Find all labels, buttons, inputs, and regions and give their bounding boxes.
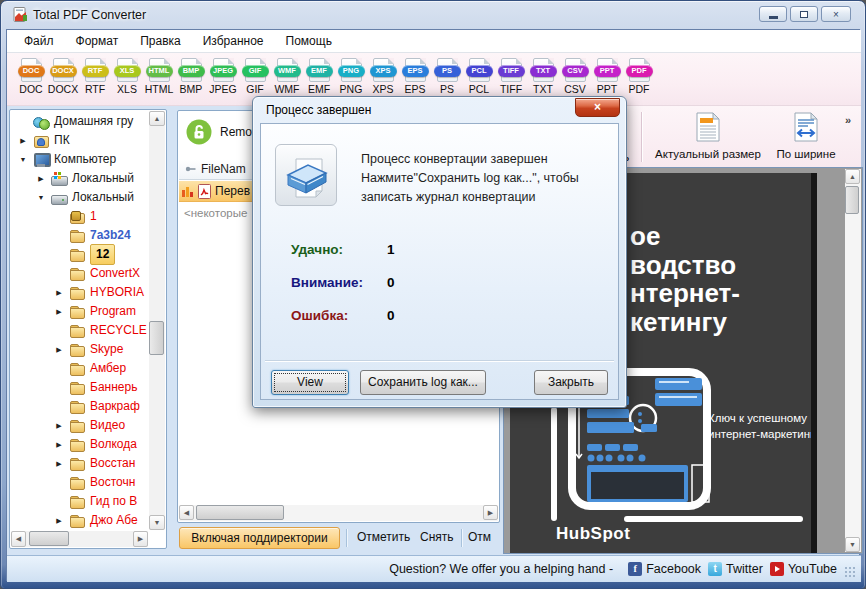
tree-item[interactable]: Амбер [11, 359, 148, 378]
tree-item[interactable]: Восточн [11, 473, 148, 492]
close-dialog-button[interactable]: Закрыть [534, 370, 608, 395]
tree-item[interactable]: Варкраф [11, 397, 148, 416]
tree-item[interactable]: Гид по В [11, 492, 148, 511]
format-button[interactable]: DOCX DOCX [47, 58, 79, 95]
tree-item[interactable]: ▶ Джо Абе [11, 511, 148, 530]
format-button[interactable]: PPT PPT [591, 58, 623, 95]
tree-expand-icon[interactable]: ▶ [49, 454, 69, 473]
tree-item[interactable]: ▶ Skype [11, 340, 148, 359]
uncheck-files-button[interactable]: Снять [420, 530, 454, 544]
tree-item[interactable]: 1 [11, 207, 148, 226]
tree-expand-icon[interactable]: ▶ [49, 340, 69, 359]
format-file-icon: PCL [467, 58, 492, 82]
tree-item-label: Гид по В [90, 492, 137, 511]
format-button[interactable]: PCL PCL [463, 58, 495, 95]
tree-item[interactable]: ▶ Program [11, 302, 148, 321]
format-button[interactable]: XLS XLS [111, 58, 143, 95]
tree-hscroll-thumb[interactable] [29, 531, 69, 546]
tree-expand-icon[interactable]: ▶ [31, 169, 51, 188]
format-button[interactable]: HTML HTML [143, 58, 175, 95]
scroll-down-icon[interactable]: ▼ [845, 537, 860, 552]
format-button[interactable]: EPS EPS [399, 58, 431, 95]
status-bar: Question? We offer you a helping hand - … [7, 555, 861, 582]
tree-item[interactable]: ▼ Локальный [11, 188, 148, 207]
format-button[interactable]: PNG PNG [335, 58, 367, 95]
tree-expand-icon[interactable]: ▶ [49, 435, 69, 454]
list-hscroll-thumb[interactable] [196, 505, 284, 520]
format-button[interactable]: EMF EMF [303, 58, 335, 95]
tree-expand-icon[interactable]: ▶ [49, 302, 69, 321]
tree-item[interactable]: ConvertX [11, 264, 148, 283]
twitter-link[interactable]: t Twitter [708, 562, 763, 576]
format-button[interactable]: BMP BMP [175, 58, 207, 95]
tree-item[interactable]: ▶ Видео [11, 416, 148, 435]
view-log-button[interactable]: View [271, 370, 349, 395]
fit-width-button[interactable]: По ширине [773, 112, 839, 160]
youtube-link[interactable]: YouTube [770, 562, 837, 576]
include-subdirs-toggle[interactable]: Включая поддиректории [179, 527, 340, 549]
scroll-down-icon[interactable]: ▼ [149, 515, 165, 530]
scroll-up-icon[interactable]: ▲ [149, 111, 165, 126]
tree-vertical-scrollbar[interactable]: ▲ ▼ [149, 111, 165, 530]
tree-item[interactable]: 12 [11, 245, 148, 264]
format-button[interactable]: TIFF TIFF [495, 58, 527, 95]
titlebar[interactable]: Total PDF Converter × [1, 1, 865, 29]
scroll-left-icon[interactable]: ◀ [179, 505, 194, 520]
format-button[interactable]: RTF RTF [79, 58, 111, 95]
scroll-right-icon[interactable]: ▶ [133, 531, 148, 547]
dialog-close-button[interactable]: × [575, 98, 620, 117]
format-button[interactable]: PDF PDF [623, 58, 655, 95]
menu-favorites[interactable]: Избранное [192, 34, 275, 48]
tree-item[interactable]: Домашняя гру [11, 112, 148, 131]
menu-format[interactable]: Формат [65, 34, 130, 48]
menu-file[interactable]: Файл [13, 34, 65, 48]
tree-item-icon [69, 400, 85, 414]
tree-expand-icon[interactable]: ▼ [13, 150, 33, 169]
check-files-button[interactable]: Отметить [357, 530, 410, 544]
resize-grip[interactable] [844, 566, 856, 578]
minimize-button[interactable] [759, 6, 787, 22]
format-button[interactable]: XPS XPS [367, 58, 399, 95]
tree-expand-icon[interactable]: ▶ [13, 131, 33, 150]
format-button[interactable]: DOC DOC [15, 58, 47, 95]
tree-expand-icon[interactable]: ▼ [31, 188, 51, 207]
tree-expand-icon[interactable]: ▶ [49, 283, 69, 302]
process-finished-dialog: Процесс завершен × Процесс конвертации з… [252, 96, 627, 408]
format-button[interactable]: WMF WMF [271, 58, 303, 95]
menu-help[interactable]: Помощь [275, 34, 343, 48]
format-button[interactable]: CSV CSV [559, 58, 591, 95]
facebook-link[interactable]: f Facebook [628, 562, 701, 576]
list-horizontal-scrollbar[interactable]: ◀ ▶ [179, 505, 498, 521]
tree-item[interactable]: 7a3b24 [11, 226, 148, 245]
check-all-button-clipped[interactable]: Отм [468, 530, 491, 544]
tree-item[interactable]: ▶ Волкода [11, 435, 148, 454]
tree-item[interactable]: ▶ Локальный [11, 169, 148, 188]
format-button[interactable]: PS PS [431, 58, 463, 95]
format-badge: RTF [82, 65, 109, 77]
restore-button[interactable] [790, 6, 818, 22]
preview-vertical-scrollbar[interactable]: ▲ ▼ [845, 169, 861, 552]
tree-expand-icon[interactable]: ▶ [49, 416, 69, 435]
scroll-right-icon[interactable]: ▶ [483, 505, 498, 520]
actual-size-button[interactable]: Актуальный размер [649, 112, 767, 160]
tree-item[interactable]: ▼ Компьютер [11, 150, 148, 169]
scroll-up-icon[interactable]: ▲ [845, 169, 860, 184]
preview-scroll-thumb[interactable] [845, 186, 859, 214]
tree-horizontal-scrollbar[interactable]: ◀ ▶ [11, 531, 148, 547]
tree-item[interactable]: RECYCLE [11, 321, 148, 340]
tree-item[interactable]: ▶ HYBORIA [11, 283, 148, 302]
menu-edit[interactable]: Правка [129, 34, 192, 48]
tree-scroll-thumb[interactable] [149, 321, 164, 355]
save-log-button[interactable]: Сохранить log как... [360, 370, 486, 395]
remove-restrictions-button[interactable]: Remov [186, 119, 258, 145]
close-window-button[interactable]: × [821, 6, 851, 22]
tree-item[interactable]: ▶ Восстан [11, 454, 148, 473]
tree-item[interactable]: ▶ ПК [11, 131, 148, 150]
format-button[interactable]: TXT TXT [527, 58, 559, 95]
tree-item[interactable]: Баннерь [11, 378, 148, 397]
toolbar-overflow-chevron[interactable]: » [845, 114, 851, 126]
format-button[interactable]: JPEG JPEG [207, 58, 239, 95]
scroll-left-icon[interactable]: ◀ [11, 531, 26, 547]
format-button[interactable]: GIF GIF [239, 58, 271, 95]
tree-expand-icon[interactable]: ▶ [49, 511, 69, 530]
